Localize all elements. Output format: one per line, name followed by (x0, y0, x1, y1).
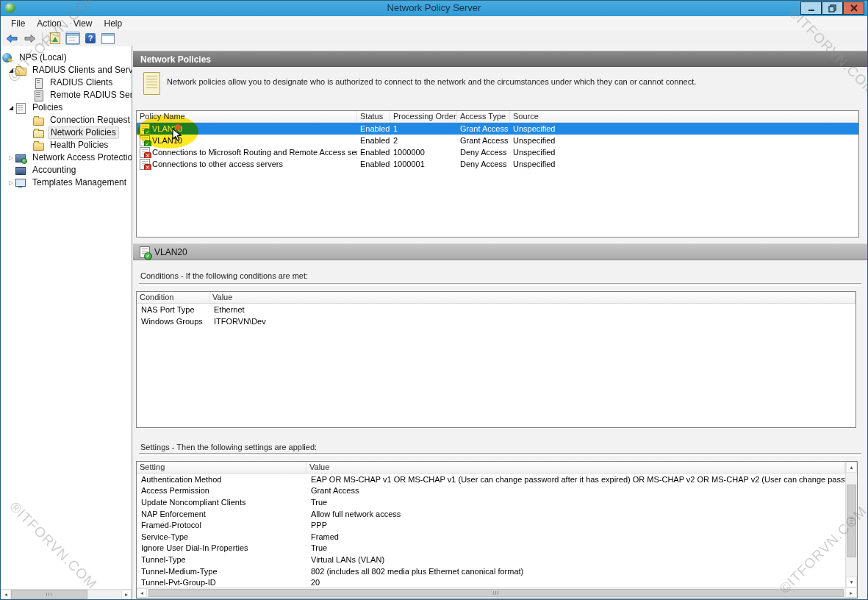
conditions-divider (139, 283, 861, 286)
setting-row[interactable]: Ignore User Dial-In Properties True (137, 543, 845, 554)
policy-row[interactable]: Connections to Microsoft Routing and Rem… (137, 146, 858, 158)
tree-item[interactable]: RADIUS Clients and Servers (1, 64, 132, 76)
setting-row[interactable]: Tunnel-Pvt-Group-ID 20 (137, 576, 845, 588)
tree-item[interactable]: Network Access Protection (1, 151, 132, 164)
close-button[interactable] (843, 1, 864, 15)
scroll-up-icon[interactable]: ▴ (846, 462, 857, 473)
column-status[interactable]: Status (357, 111, 390, 122)
setting-row[interactable]: Update Noncompliant Clients True (137, 496, 845, 508)
tree-expander-icon[interactable] (7, 179, 15, 186)
column-access-type[interactable]: Access Type (457, 111, 510, 122)
policy-status-badge-icon (144, 140, 151, 146)
scroll-left-icon[interactable]: ◂ (1, 590, 11, 599)
menu-help[interactable]: Help (98, 17, 129, 30)
setting-row[interactable]: Tunnel-Type Virtual LANs (VLAN) (137, 554, 845, 565)
export-list-icon (50, 32, 60, 44)
setting-value: True (306, 498, 845, 507)
policy-row[interactable]: Connections to other access servers Enab… (137, 158, 858, 170)
policy-name: VLAN10 (152, 136, 182, 145)
policy-status-badge-icon (144, 129, 151, 135)
policy-name: VLAN20 (152, 124, 182, 133)
tree-scrollbar-thumb[interactable] (11, 590, 87, 599)
minimize-icon (808, 4, 815, 12)
policy-doc-icon (140, 135, 150, 146)
tree-item-icon (33, 115, 45, 126)
tree-item[interactable]: Templates Management (1, 176, 132, 189)
policy-row[interactable]: VLAN20 Enabled 1 Grant Access Unspecifie… (137, 123, 858, 135)
setting-row[interactable]: NAP Enforcement Allow full network acces… (137, 508, 845, 520)
tree-item-icon (15, 103, 27, 113)
policy-detail-title: VLAN20 (154, 247, 187, 257)
tree-expander-icon[interactable] (7, 67, 15, 74)
scroll-right-icon[interactable]: ▸ (121, 590, 132, 599)
check-badge-icon: ✓ (144, 252, 152, 260)
setting-name: Tunnel-Pvt-Group-ID (137, 578, 306, 587)
settings-list: Setting Value Authentication Method EAP … (136, 461, 858, 599)
menu-view[interactable]: View (68, 17, 98, 30)
column-processing-order[interactable]: Processing Order (390, 111, 457, 122)
column-source[interactable]: Source (510, 111, 858, 122)
tree-item-label: Templates Management (30, 177, 129, 188)
show-action-pane-button[interactable] (101, 32, 115, 45)
setting-row[interactable]: Framed-Protocol PPP (137, 519, 845, 531)
setting-name: Authentication Method (137, 475, 306, 484)
tree-item[interactable]: Connection Request Po (1, 114, 132, 126)
setting-value: EAP OR MS-CHAP v1 OR MS-CHAP v1 (User ca… (306, 475, 845, 484)
tree-item[interactable]: Policies (1, 101, 132, 114)
setting-value: Virtual LANs (VLAN) (306, 555, 845, 564)
tree-horizontal-scrollbar[interactable]: ◂ ▸ (1, 589, 132, 599)
restore-button[interactable] (822, 1, 843, 15)
minimize-button[interactable] (800, 1, 822, 15)
tree-item[interactable]: Remote RADIUS Server (1, 89, 132, 101)
tree-item-label: Network Access Protection (30, 152, 132, 163)
export-list-button[interactable] (48, 32, 62, 45)
help-button[interactable]: ? (83, 32, 98, 45)
scroll-down-icon[interactable]: ▾ (846, 576, 857, 588)
scroll-right-icon[interactable]: ▸ (845, 588, 857, 598)
policy-name: Connections to other access servers (152, 160, 283, 168)
tree-scrollbar-track[interactable] (87, 590, 121, 599)
tree-item[interactable]: Health Policies (1, 139, 132, 151)
show-console-tree-button[interactable] (65, 32, 80, 45)
column-policy-name[interactable]: Policy Name (137, 111, 357, 122)
policy-source: Unspecified (510, 136, 858, 145)
tree-item[interactable]: RADIUS Clients (1, 76, 132, 89)
policy-row[interactable]: VLAN10 Enabled 2 Grant Access Unspecifie… (137, 135, 858, 146)
menu-file[interactable]: File (5, 17, 31, 30)
forward-icon (24, 35, 35, 43)
window-title: Network Policy Server (1, 2, 867, 13)
setting-row[interactable]: Tunnel-Medium-Type 802 (includes all 802… (137, 565, 845, 577)
policy-source: Unspecified (510, 148, 858, 157)
tree-item[interactable]: Network Policies (1, 126, 132, 139)
policy-status: Enabled (357, 148, 390, 157)
forward-button[interactable] (22, 32, 37, 45)
tree-item[interactable]: Accounting (1, 164, 132, 176)
setting-value: PPP (306, 521, 845, 529)
settings-vertical-scrollbar[interactable]: ▴ ▾ (845, 462, 857, 588)
setting-row[interactable]: Access Permission Grant Access (137, 485, 845, 497)
tree-expander-icon[interactable] (7, 104, 15, 111)
settings-hscrollbar-thumb[interactable] (148, 589, 844, 597)
column-setting[interactable]: Setting (137, 462, 306, 473)
tree-item[interactable]: NPS (Local) (1, 51, 132, 64)
setting-name: Access Permission (137, 486, 306, 495)
setting-row[interactable]: Service-Type Framed (137, 531, 845, 543)
column-condition-value[interactable]: Value (209, 292, 856, 303)
settings-vscrollbar-thumb[interactable] (847, 485, 856, 557)
policy-description-icon (143, 72, 160, 95)
settings-horizontal-scrollbar[interactable]: ◂ (137, 588, 845, 598)
column-condition[interactable]: Condition (137, 292, 209, 303)
setting-row[interactable]: Authentication Method EAP OR MS-CHAP v1 … (137, 474, 845, 485)
tree-expander-icon[interactable] (7, 154, 15, 161)
title-bar[interactable]: Network Policy Server (1, 1, 867, 17)
scroll-left-icon[interactable]: ◂ (137, 588, 147, 598)
menu-action[interactable]: Action (31, 17, 67, 30)
policy-processing-order: 2 (390, 136, 457, 145)
column-setting-value[interactable]: Value (306, 462, 845, 473)
conditions-label: Conditions - If the following conditions… (140, 271, 308, 280)
policy-status: Enabled (357, 124, 390, 133)
condition-row[interactable]: NAS Port Type Ethernet (137, 304, 856, 315)
condition-row[interactable]: Windows Groups ITFORVN\Dev (137, 315, 856, 327)
back-button[interactable] (4, 32, 19, 45)
close-icon (850, 4, 858, 12)
